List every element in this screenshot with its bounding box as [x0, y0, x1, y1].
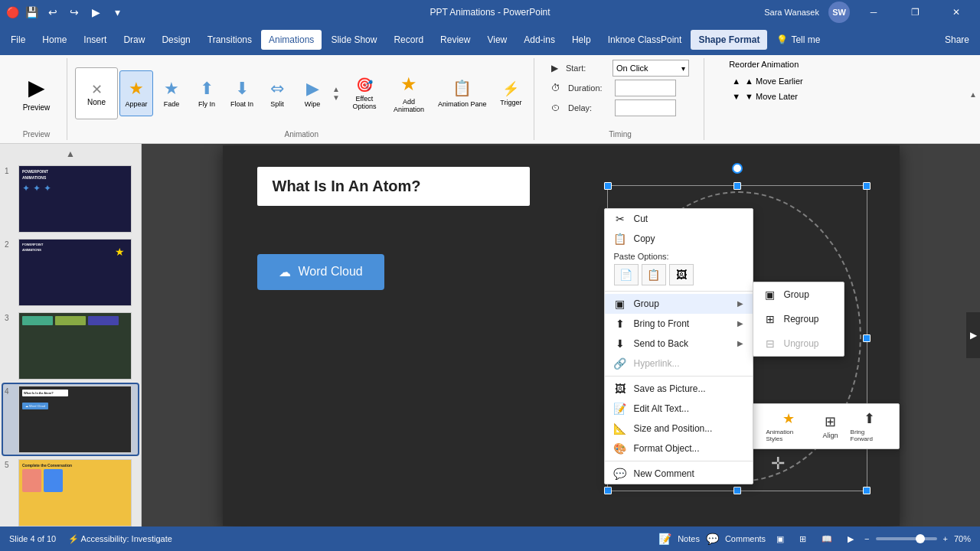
- preview-button[interactable]: ▶ Preview: [15, 67, 58, 119]
- menu-addins[interactable]: Add-ins: [516, 30, 563, 50]
- redo-button[interactable]: ↪: [66, 4, 83, 21]
- effect-options-button[interactable]: 🎯 Effect Options: [343, 70, 386, 116]
- animation-floatin-button[interactable]: ⬇ Float In: [225, 70, 259, 116]
- submenu-group[interactable]: ▣ Group: [753, 282, 844, 307]
- menu-view[interactable]: View: [479, 30, 514, 50]
- present-button[interactable]: ▶: [87, 4, 104, 21]
- menu-insert[interactable]: Insert: [76, 30, 114, 50]
- animation-split-button[interactable]: ⇔ Split: [260, 70, 294, 116]
- menu-shape-format[interactable]: Shape Format: [691, 30, 767, 50]
- user-avatar[interactable]: SW: [828, 2, 850, 23]
- context-cut[interactable]: ✂ Cut: [605, 209, 753, 229]
- menu-file[interactable]: File: [3, 30, 33, 50]
- slide-thumbnail-1[interactable]: 1 POWERPOINT ANIMATIONS ✦ ✦ ✦: [3, 164, 138, 234]
- menu-draw[interactable]: Draw: [116, 30, 152, 50]
- menu-record[interactable]: Record: [386, 30, 431, 50]
- trigger-button[interactable]: ⚡ Trigger: [494, 70, 528, 116]
- paste-icon-3[interactable]: 🖼: [669, 264, 694, 285]
- delay-input[interactable]: [615, 99, 676, 116]
- slide-panel-scroll-up[interactable]: ▲: [3, 147, 138, 161]
- animation-none-button[interactable]: ✕ None: [75, 67, 118, 119]
- split-icon: ⇔: [270, 79, 284, 99]
- menu-home[interactable]: Home: [34, 30, 74, 50]
- slide-info: Slide 4 of 10: [9, 534, 56, 543]
- menu-inknoe[interactable]: Inknoe ClassPoint: [600, 30, 690, 50]
- reading-view-button[interactable]: 📖: [817, 532, 837, 546]
- context-new-comment[interactable]: 💬 New Comment: [605, 464, 753, 484]
- status-bar: Slide 4 of 10 ⚡ Accessibility: Investiga…: [0, 527, 980, 551]
- sf-bring-forward-button[interactable]: ⬆ Bring Forward: [846, 407, 893, 445]
- menu-design[interactable]: Design: [154, 30, 198, 50]
- normal-view-button[interactable]: ▣: [772, 532, 789, 546]
- menu-tellme[interactable]: 💡Tell me: [769, 30, 828, 50]
- preview-icon: ▶: [28, 75, 45, 100]
- handle-top-mid[interactable]: [733, 182, 741, 190]
- zoom-level[interactable]: 70%: [954, 534, 971, 543]
- menu-transitions[interactable]: Transitions: [200, 30, 260, 50]
- animation-fade-button[interactable]: ★ Fade: [155, 70, 188, 116]
- context-copy[interactable]: 📋 Copy: [605, 229, 753, 249]
- handle-mid-right[interactable]: [863, 334, 871, 342]
- handle-top-left[interactable]: [604, 182, 612, 190]
- close-button[interactable]: ✕: [939, 0, 974, 24]
- accessibility-status[interactable]: ⚡ Accessibility: Investigate: [68, 534, 172, 544]
- context-group[interactable]: ▣ Group: [605, 294, 753, 314]
- handle-bottom-right[interactable]: [863, 487, 871, 494]
- minimize-button[interactable]: ─: [856, 0, 891, 24]
- paste-options-icons: 📄 📋 🖼: [605, 262, 753, 289]
- animation-group-label: Animation: [284, 127, 318, 139]
- rotate-handle[interactable]: [732, 163, 743, 174]
- menu-help[interactable]: Help: [564, 30, 599, 50]
- zoom-out-button[interactable]: −: [864, 534, 869, 543]
- ribbon-collapse-button[interactable]: ▲: [969, 90, 977, 99]
- sf-animation-styles-button[interactable]: ★ Animation Styles: [762, 407, 815, 445]
- menu-review[interactable]: Review: [433, 30, 478, 50]
- zoom-in-button[interactable]: +: [943, 534, 948, 543]
- timing-duration-row: ⏱ Duration:: [551, 80, 676, 96]
- ribbon-group-animation: ✕ None ★ Appear ★ Fade ⬆ Fly In: [69, 58, 534, 140]
- slide-thumbnail-3[interactable]: 3: [3, 311, 138, 381]
- paste-icon-1[interactable]: 📄: [614, 264, 639, 285]
- animation-wipe-button[interactable]: ▶ Wipe: [296, 70, 329, 116]
- animation-flyin-button[interactable]: ⬆ Fly In: [190, 70, 224, 116]
- duration-input[interactable]: [615, 80, 676, 96]
- comments-button[interactable]: 💬: [706, 533, 719, 545]
- animation-pane-button[interactable]: 📋 Animation Pane: [432, 76, 493, 111]
- slideshow-button[interactable]: ▶: [843, 532, 858, 546]
- slide-thumbnail-2[interactable]: 2 POWERPOINT ANIMATIONS ★: [3, 237, 138, 308]
- move-earlier-button[interactable]: ▲ ▲ Move Earlier: [729, 75, 806, 87]
- restore-button[interactable]: ❐: [897, 0, 933, 24]
- handle-bottom-left[interactable]: [604, 487, 612, 494]
- comments-label[interactable]: Comments: [725, 534, 766, 543]
- context-format-object[interactable]: 🎨 Format Object...: [605, 439, 753, 458]
- slide-thumbnail-5[interactable]: 5 Complete the Conversation: [3, 458, 138, 527]
- notes-label[interactable]: Notes: [678, 534, 700, 543]
- undo-button[interactable]: ↩: [44, 4, 61, 21]
- submenu-regroup[interactable]: ⊞ Regroup: [753, 307, 844, 331]
- customize-qat-button[interactable]: ▾: [109, 4, 126, 21]
- paste-icon-2[interactable]: 📋: [642, 264, 666, 285]
- zoom-slider[interactable]: [876, 537, 937, 540]
- menu-share[interactable]: Share: [937, 30, 977, 50]
- handle-bottom-mid[interactable]: [733, 487, 741, 494]
- animation-scroll-up[interactable]: ▲▼: [331, 83, 341, 103]
- right-nav-arrow[interactable]: ▶: [966, 312, 980, 358]
- context-send-to-back[interactable]: ⬇ Send to Back: [605, 334, 753, 354]
- slide-sorter-button[interactable]: ⊞: [795, 532, 811, 546]
- sf-align-button[interactable]: ⊞ Align: [818, 410, 843, 442]
- animation-appear-button[interactable]: ★ Appear: [119, 70, 153, 116]
- menu-animations[interactable]: Animations: [261, 30, 322, 50]
- context-size-position[interactable]: 📐 Size and Position...: [605, 419, 753, 439]
- menu-slideshow[interactable]: Slide Show: [323, 30, 384, 50]
- add-animation-button[interactable]: ★ AddAnimation: [387, 67, 430, 119]
- notes-button[interactable]: 📝: [658, 533, 671, 545]
- save-button[interactable]: 💾: [23, 4, 40, 21]
- handle-top-right[interactable]: [863, 182, 871, 190]
- slide-thumbnail-4[interactable]: 4 What Is In An Atom? ☁ Word Cloud: [3, 384, 138, 455]
- context-save-as-picture[interactable]: 🖼 Save as Picture...: [605, 379, 753, 399]
- start-dropdown[interactable]: On Click ▾: [612, 60, 689, 77]
- move-later-button[interactable]: ▼ ▼ Move Later: [729, 90, 801, 103]
- context-edit-alt-text[interactable]: 📝 Edit Alt Text...: [605, 399, 753, 419]
- context-bring-to-front[interactable]: ⬆ Bring to Front: [605, 314, 753, 334]
- word-cloud-button[interactable]: ☁ Word Cloud: [257, 254, 384, 290]
